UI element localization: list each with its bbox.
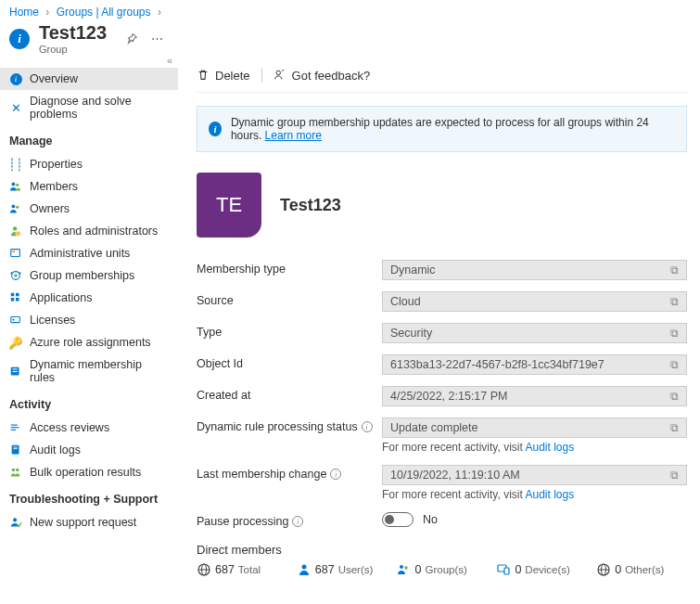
stat-total[interactable]: 687 Total: [197, 562, 287, 577]
stat-label: Total: [238, 564, 261, 575]
prop-value: Cloud: [390, 295, 421, 308]
sidebar-item-label: Diagnose and solve problems: [30, 95, 169, 121]
sidebar-item-dynamic-rules[interactable]: Dynamic membership rules: [0, 353, 178, 389]
pin-icon[interactable]: [125, 32, 138, 45]
audit-logs-link[interactable]: Audit logs: [525, 488, 574, 501]
prop-label: Type: [197, 326, 222, 339]
page-header: i Test123 Group ⋯: [0, 20, 700, 64]
sidebar-item-label: New support request: [30, 516, 136, 529]
stat-label: Group(s): [426, 564, 467, 575]
svg-rect-23: [11, 430, 16, 431]
copy-icon[interactable]: ⧉: [670, 390, 679, 403]
info-icon[interactable]: i: [292, 516, 303, 527]
stat-others[interactable]: 0 Other(s): [596, 562, 687, 577]
copy-icon[interactable]: ⧉: [670, 421, 679, 434]
breadcrumb: Home › Groups | All groups ›: [0, 0, 700, 20]
stat-count: 0: [615, 563, 621, 576]
svg-point-34: [301, 565, 306, 570]
svg-point-29: [13, 518, 17, 521]
pause-toggle[interactable]: [382, 512, 414, 527]
prop-source: Source Cloud⧉: [197, 291, 687, 312]
sidebar-item-owners[interactable]: Owners: [0, 198, 178, 220]
wrench-icon: ✕: [9, 101, 22, 114]
svg-rect-26: [13, 448, 17, 449]
svg-rect-20: [13, 371, 18, 372]
sidebar-item-licenses[interactable]: Licenses: [0, 309, 178, 331]
sidebar-item-label: Dynamic membership rules: [30, 358, 169, 384]
svg-point-27: [12, 469, 16, 472]
audit-logs-icon: [9, 443, 22, 456]
rules-icon: [9, 365, 22, 378]
svg-point-11: [19, 272, 20, 274]
key-icon: 🔑: [9, 336, 22, 349]
chevron-right-icon: ›: [158, 6, 161, 19]
stat-groups[interactable]: 0 Group(s): [397, 562, 488, 577]
sidebar-item-azure-role[interactable]: 🔑 Azure role assignments: [0, 331, 178, 353]
support-icon: [9, 516, 22, 529]
svg-point-30: [276, 71, 280, 74]
sidebar-item-roles[interactable]: Roles and administrators: [0, 220, 178, 242]
prop-label: Object Id: [197, 357, 243, 370]
stat-users[interactable]: 687 User(s): [297, 562, 388, 577]
feedback-button[interactable]: Got feedback?: [274, 69, 371, 83]
sidebar-item-properties[interactable]: ┊┊ Properties: [0, 153, 178, 175]
device-icon: [496, 562, 511, 577]
sidebar-item-audit-logs[interactable]: Audit logs: [0, 439, 178, 461]
prop-type: Type Security⧉: [197, 323, 687, 343]
copy-icon[interactable]: ⧉: [670, 263, 679, 276]
svg-point-17: [12, 318, 14, 320]
sidebar-item-admin-units[interactable]: Administrative units: [0, 242, 178, 264]
info-icon[interactable]: i: [330, 469, 341, 480]
stat-count: 687: [315, 563, 335, 576]
notice-learn-more-link[interactable]: Learn more: [265, 129, 322, 142]
roles-icon: [9, 225, 22, 238]
sidebar-item-group-memberships[interactable]: Group memberships: [0, 264, 178, 287]
stat-count: 0: [415, 563, 422, 576]
direct-members-stats: 687 Total 687 User(s) 0 Group(s) 0 Devic…: [197, 562, 687, 577]
feedback-label: Got feedback?: [292, 69, 371, 83]
svg-point-4: [13, 226, 17, 230]
svg-rect-22: [11, 427, 19, 428]
sidebar-section-manage: Manage: [0, 125, 178, 153]
breadcrumb-home[interactable]: Home: [9, 6, 39, 19]
sidebar-item-access-reviews[interactable]: Access reviews: [0, 417, 178, 439]
sidebar-item-support-request[interactable]: New support request: [0, 511, 178, 533]
audit-logs-link[interactable]: Audit logs: [525, 441, 574, 454]
delete-button[interactable]: Delete: [197, 69, 250, 83]
copy-icon[interactable]: ⧉: [670, 295, 679, 308]
copy-icon[interactable]: ⧉: [670, 469, 679, 482]
access-reviews-icon: [9, 421, 22, 434]
globe-icon: [197, 562, 211, 577]
svg-rect-24: [12, 445, 19, 455]
info-icon: i: [9, 72, 22, 85]
total-members-block: Total members 687: [529, 592, 687, 604]
info-icon[interactable]: i: [362, 421, 373, 432]
sidebar-item-label: Administrative units: [30, 247, 130, 260]
members-icon: [9, 180, 22, 193]
sidebar-item-bulk-results[interactable]: Bulk operation results: [0, 461, 178, 483]
group-name: Test123: [280, 196, 341, 215]
toolbar-divider: [261, 68, 262, 83]
stat-devices[interactable]: 0 Device(s): [496, 562, 587, 577]
copy-icon[interactable]: ⧉: [670, 327, 679, 340]
stat-count: 0: [515, 563, 521, 576]
breadcrumb-groups[interactable]: Groups | All groups: [57, 6, 151, 19]
sidebar-item-label: Properties: [30, 158, 83, 171]
svg-rect-12: [11, 293, 15, 297]
sidebar-item-diagnose[interactable]: ✕ Diagnose and solve problems: [0, 90, 178, 125]
more-icon[interactable]: ⋯: [151, 32, 165, 45]
svg-point-5: [16, 231, 20, 236]
svg-point-2: [11, 204, 15, 208]
divider: [197, 92, 687, 93]
globe-icon: [596, 562, 611, 577]
note-text: For more recent activity, visit: [382, 488, 525, 501]
sidebar-item-overview[interactable]: i Overview: [0, 68, 178, 90]
copy-icon[interactable]: ⧉: [670, 358, 679, 371]
sidebar-item-members[interactable]: Members: [0, 175, 178, 198]
svg-rect-14: [11, 298, 15, 302]
group-avatar: TE: [197, 173, 261, 238]
prop-label: Last membership change: [197, 468, 326, 481]
collapse-icon[interactable]: «: [167, 55, 172, 66]
info-icon: i: [9, 29, 30, 49]
sidebar-item-applications[interactable]: Applications: [0, 287, 178, 309]
